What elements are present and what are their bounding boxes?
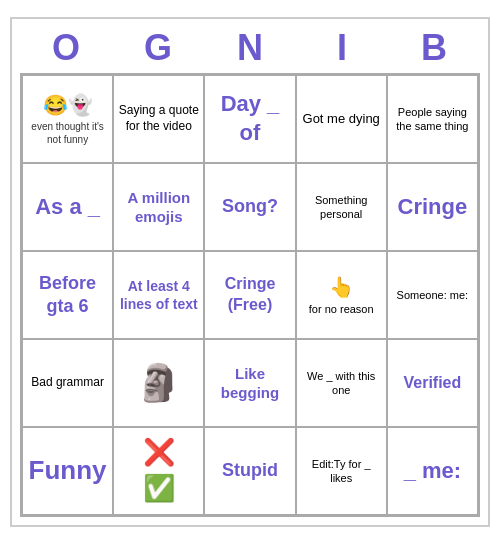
header-I: I [298, 27, 386, 69]
cell-0-2: Day _ of [204, 75, 295, 163]
cell-3-2: Like begging [204, 339, 295, 427]
header-G: G [114, 27, 202, 69]
cell-2-4: Someone: me: [387, 251, 478, 339]
bingo-header: O G N I B [20, 27, 480, 69]
cell-3-3: We _ with this one [296, 339, 387, 427]
header-O: O [22, 27, 110, 69]
cell-1-3: Something personal [296, 163, 387, 251]
header-N: N [206, 27, 294, 69]
cell-0-4: People saying the same thing [387, 75, 478, 163]
cell-2-3: 👆 for no reason [296, 251, 387, 339]
cell-4-2: Stupid [204, 427, 295, 515]
cell-0-3: Got me dying [296, 75, 387, 163]
cell-2-1: At least 4 lines of text [113, 251, 204, 339]
cell-4-1: ❌ ✅ [113, 427, 204, 515]
cell-1-4: Cringe [387, 163, 478, 251]
header-B: B [390, 27, 478, 69]
bingo-card: O G N I B 😂👻 even thought it's not funny… [10, 17, 490, 527]
cell-2-0: Before gta 6 [22, 251, 113, 339]
cell-3-0: Bad grammar [22, 339, 113, 427]
cell-4-3: Edit:Ty for _ likes [296, 427, 387, 515]
bingo-grid: 😂👻 even thought it's not funny Saying a … [20, 73, 480, 517]
cell-2-2: Cringe (Free) [204, 251, 295, 339]
cell-3-1: 🗿 [113, 339, 204, 427]
cell-4-4: _ me: [387, 427, 478, 515]
cell-0-0: 😂👻 even thought it's not funny [22, 75, 113, 163]
cell-0-1: Saying a quote for the video [113, 75, 204, 163]
cell-1-1: A million emojis [113, 163, 204, 251]
cell-4-0: Funny [22, 427, 113, 515]
cell-1-2: Song? [204, 163, 295, 251]
cell-3-4: Verified [387, 339, 478, 427]
cell-1-0: As a _ [22, 163, 113, 251]
